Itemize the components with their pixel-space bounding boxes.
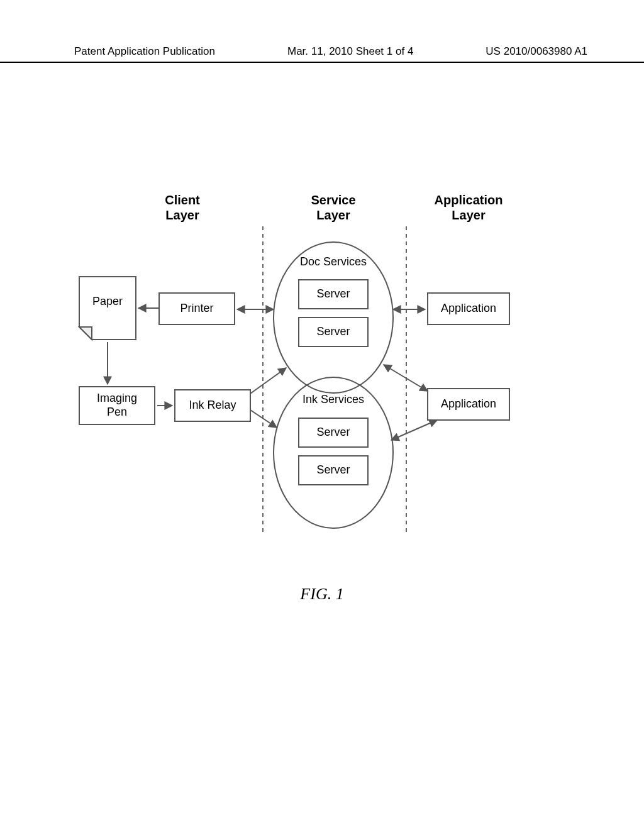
figure-caption-text: FIG. 1 <box>300 585 343 603</box>
node-printer-text: Printer <box>180 302 213 314</box>
node-paper-text: Paper <box>92 295 123 307</box>
svg-line-18 <box>250 368 286 394</box>
node-server-2: Server <box>316 325 350 339</box>
node-server-3-text: Server <box>316 426 350 438</box>
node-ink-relay: Ink Relay <box>189 399 236 412</box>
group-doc-services-text: Doc Services <box>300 255 367 268</box>
node-paper: Paper <box>92 295 123 309</box>
node-server-4-text: Server <box>316 463 350 476</box>
page: Patent Application Publication Mar. 11, … <box>0 0 644 830</box>
group-doc-services: Doc Services <box>300 255 367 268</box>
group-ink-services-text: Ink Services <box>303 393 364 406</box>
node-server-1: Server <box>316 287 350 301</box>
figure-caption: FIG. 1 <box>300 585 343 604</box>
node-application-1: Application <box>441 302 496 316</box>
node-application-2: Application <box>441 397 496 411</box>
diagram-canvas: Client Layer Service Layer Application L… <box>0 0 644 830</box>
node-server-3: Server <box>316 426 350 440</box>
svg-line-21 <box>391 420 437 440</box>
group-ink-services: Ink Services <box>303 393 364 406</box>
node-printer: Printer <box>180 302 213 316</box>
node-imaging-pen-text: Imaging Pen <box>97 392 137 418</box>
node-server-2-text: Server <box>316 325 350 338</box>
node-server-4: Server <box>316 463 350 477</box>
node-server-1-text: Server <box>316 287 350 300</box>
node-application-1-text: Application <box>441 302 496 314</box>
node-application-2-text: Application <box>441 397 496 410</box>
node-ink-relay-text: Ink Relay <box>189 399 236 411</box>
node-imaging-pen: Imaging Pen <box>97 392 137 419</box>
